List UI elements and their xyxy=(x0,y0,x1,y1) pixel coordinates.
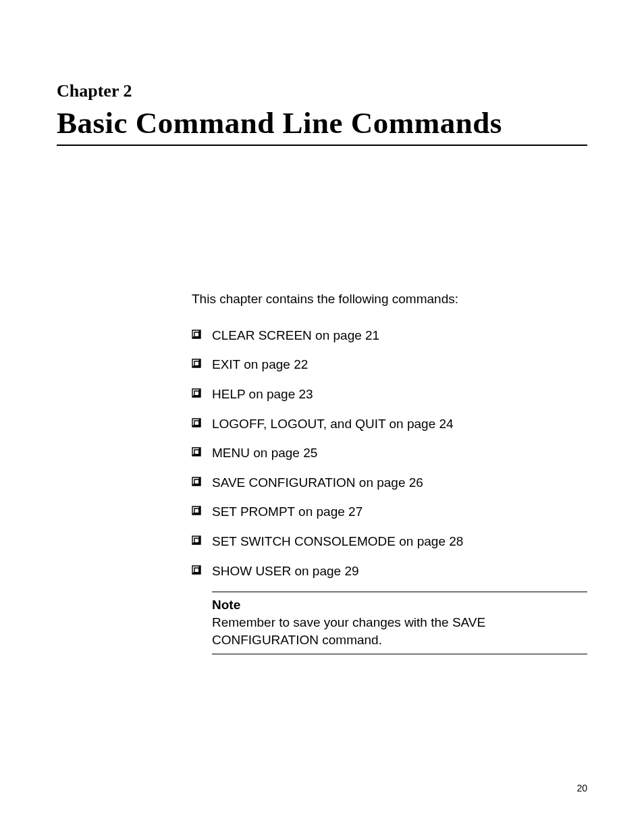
list-item: HELP on page 23 xyxy=(192,386,587,403)
list-item-label: SAVE CONFIGURATION on page 26 xyxy=(212,474,423,492)
note-text: Remember to save your changes with the S… xyxy=(212,614,587,648)
chapter-label: Chapter 2 xyxy=(57,81,587,101)
list-item: SHOW USER on page 29 xyxy=(192,563,587,580)
note-box: Note Remember to save your changes with … xyxy=(212,592,587,654)
list-item: SET SWITCH CONSOLEMODE on page 28 xyxy=(192,533,587,550)
list-item-label: LOGOFF, LOGOUT, and QUIT on page 24 xyxy=(212,415,454,433)
square-bullet-icon xyxy=(192,565,201,575)
list-item-label: SHOW USER on page 29 xyxy=(212,563,359,580)
command-list: CLEAR SCREEN on page 21 EXIT on page 22 … xyxy=(192,327,587,580)
document-page: Chapter 2 Basic Command Line Commands Th… xyxy=(0,0,644,834)
list-item-label: MENU on page 25 xyxy=(212,444,317,462)
square-bullet-icon xyxy=(192,388,201,398)
square-bullet-icon xyxy=(192,477,201,486)
note-label: Note xyxy=(212,596,587,614)
chapter-title: Basic Command Line Commands xyxy=(57,105,587,146)
list-item: SAVE CONFIGURATION on page 26 xyxy=(192,474,587,492)
list-item-label: EXIT on page 22 xyxy=(212,356,308,373)
page-number: 20 xyxy=(576,783,587,793)
square-bullet-icon xyxy=(192,359,201,368)
square-bullet-icon xyxy=(192,506,201,515)
list-item: EXIT on page 22 xyxy=(192,356,587,373)
square-bullet-icon xyxy=(192,536,201,545)
list-item-label: SET PROMPT on page 27 xyxy=(212,503,363,521)
list-item: CLEAR SCREEN on page 21 xyxy=(192,327,587,344)
list-item: LOGOFF, LOGOUT, and QUIT on page 24 xyxy=(192,415,587,433)
square-bullet-icon xyxy=(192,330,201,339)
list-item-label: HELP on page 23 xyxy=(212,386,313,403)
body-column: This chapter contains the following comm… xyxy=(192,290,587,654)
intro-text: This chapter contains the following comm… xyxy=(192,290,587,308)
square-bullet-icon xyxy=(192,418,201,427)
list-item-label: SET SWITCH CONSOLEMODE on page 28 xyxy=(212,533,463,550)
list-item-label: CLEAR SCREEN on page 21 xyxy=(212,327,379,344)
square-bullet-icon xyxy=(192,447,201,457)
list-item: SET PROMPT on page 27 xyxy=(192,503,587,521)
list-item: MENU on page 25 xyxy=(192,444,587,462)
